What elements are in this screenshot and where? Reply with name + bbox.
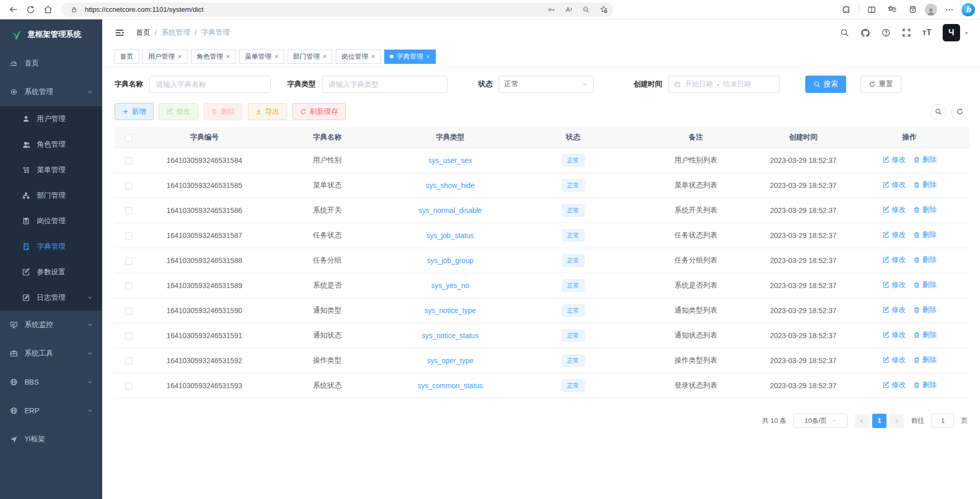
refresh-table-button[interactable]: [951, 104, 968, 120]
row-checkbox[interactable]: [125, 207, 132, 215]
row-checkbox[interactable]: [125, 232, 132, 240]
dict-name-input[interactable]: [149, 76, 271, 93]
favorites-bar-icon[interactable]: [884, 2, 900, 18]
tab-close-icon[interactable]: ×: [426, 53, 430, 60]
tab-home[interactable]: 首页: [114, 50, 139, 64]
url-text[interactable]: https://ccnetcore.com:1101/system/dict: [85, 6, 541, 13]
dict-type-link[interactable]: sys_notice_type: [425, 306, 476, 315]
dict-type-link[interactable]: sys_oper_type: [427, 357, 473, 365]
edit-row-link[interactable]: 修改: [882, 355, 906, 365]
sidebar-item-log[interactable]: 日志管理: [0, 285, 102, 311]
delete-row-link[interactable]: 删除: [913, 230, 937, 240]
tab-close-icon[interactable]: ×: [371, 53, 375, 60]
tab-close-icon[interactable]: ×: [274, 53, 278, 60]
edit-row-link[interactable]: 修改: [882, 155, 906, 164]
row-checkbox[interactable]: [125, 157, 132, 164]
tab-post[interactable]: 岗位管理×: [336, 50, 381, 64]
password-key-icon[interactable]: [545, 3, 558, 16]
select-all-checkbox[interactable]: [125, 134, 132, 141]
delete-row-link[interactable]: 删除: [913, 355, 937, 365]
dict-type-link[interactable]: sys_show_hide: [426, 181, 475, 189]
breadcrumb-home[interactable]: 首页: [136, 28, 150, 37]
tab-role[interactable]: 角色管理×: [191, 50, 236, 64]
browser-profile-avatar[interactable]: [925, 4, 937, 16]
delete-row-link[interactable]: 删除: [913, 205, 937, 215]
sidebar-item-bbs[interactable]: BBS: [0, 368, 102, 396]
delete-row-link[interactable]: 删除: [913, 255, 937, 265]
zoom-out-icon[interactable]: [579, 3, 593, 16]
bing-chat-icon[interactable]: b: [962, 3, 975, 16]
refresh-cache-button[interactable]: 刷新缓存: [292, 103, 346, 120]
tab-menu[interactable]: 菜单管理×: [239, 50, 284, 64]
search-button[interactable]: 搜索: [805, 76, 846, 93]
start-date-placeholder[interactable]: 开始日期: [685, 80, 713, 89]
sidebar-item-system[interactable]: 系统管理: [0, 78, 102, 106]
help-icon[interactable]: [881, 28, 891, 37]
header-search-icon[interactable]: [840, 28, 849, 37]
font-size-icon[interactable]: ᴛT: [922, 28, 931, 37]
edit-row-link[interactable]: 修改: [882, 381, 906, 390]
dict-type-input[interactable]: [322, 76, 448, 93]
delete-row-link[interactable]: 删除: [913, 280, 937, 290]
fullscreen-icon[interactable]: [902, 28, 911, 37]
date-range-picker[interactable]: 开始日期 - 结束日期: [668, 76, 780, 93]
sidebar-item-menu[interactable]: 菜单管理: [0, 157, 102, 183]
sidebar-item-monitor[interactable]: 系统监控: [0, 311, 102, 339]
app-logo[interactable]: 意框架管理系统: [0, 19, 102, 49]
page-size-select[interactable]: 10条/页: [794, 414, 848, 428]
toggle-search-button[interactable]: [930, 104, 946, 120]
avatar-caret-icon[interactable]: ▾: [965, 30, 968, 36]
prev-page-button[interactable]: [855, 414, 869, 428]
sidebar-item-tool[interactable]: 系统工具: [0, 339, 102, 368]
delete-row-link[interactable]: 删除: [913, 330, 937, 340]
sidebar-item-yi[interactable]: Yi框架: [0, 425, 102, 454]
delete-row-link[interactable]: 删除: [913, 180, 937, 189]
row-checkbox[interactable]: [125, 307, 132, 315]
sidebar-item-home[interactable]: 首页: [0, 49, 102, 78]
read-aloud-icon[interactable]: [562, 3, 575, 16]
extensions-icon[interactable]: [838, 2, 855, 18]
row-checkbox[interactable]: [125, 257, 132, 265]
github-icon[interactable]: [860, 28, 870, 38]
tab-dept[interactable]: 部门管理×: [288, 50, 333, 64]
split-screen-icon[interactable]: [864, 2, 880, 18]
browser-home-button[interactable]: [40, 2, 56, 18]
delete-row-link[interactable]: 删除: [913, 155, 937, 164]
browser-refresh-button[interactable]: [22, 2, 39, 18]
goto-page-input[interactable]: [931, 414, 954, 428]
edit-row-link[interactable]: 修改: [882, 330, 906, 340]
add-button[interactable]: 新增: [114, 103, 154, 120]
favorite-star-icon[interactable]: [597, 3, 610, 16]
sidebar-item-config[interactable]: 参数设置: [0, 259, 102, 285]
browser-menu-icon[interactable]: [941, 2, 958, 18]
edit-row-link[interactable]: 修改: [882, 205, 906, 215]
current-page-button[interactable]: 1: [872, 414, 886, 428]
address-bar[interactable]: https://ccnetcore.com:1101/system/dict: [61, 3, 613, 17]
edit-button[interactable]: 修改: [159, 103, 198, 120]
sidebar-item-dept[interactable]: 部门管理: [0, 183, 102, 208]
dict-type-link[interactable]: sys_user_sex: [428, 156, 472, 164]
user-avatar[interactable]: Ч: [943, 24, 960, 41]
browser-back-button[interactable]: [5, 2, 21, 18]
sidebar-item-erp[interactable]: ERP: [0, 396, 102, 425]
tab-close-icon[interactable]: ×: [323, 53, 327, 60]
sidebar-item-role[interactable]: 角色管理: [0, 132, 102, 157]
sidebar-item-dict[interactable]: 字典管理: [0, 234, 102, 259]
export-button[interactable]: 导出: [248, 103, 287, 120]
sidebar-item-user[interactable]: 用户管理: [0, 106, 102, 132]
next-page-button[interactable]: [890, 414, 904, 428]
end-date-placeholder[interactable]: 结束日期: [724, 80, 751, 89]
tab-close-icon[interactable]: ×: [178, 53, 182, 60]
sidebar-item-post[interactable]: 岗位管理: [0, 208, 102, 234]
row-checkbox[interactable]: [125, 358, 132, 365]
edit-row-link[interactable]: 修改: [882, 230, 906, 240]
reset-button[interactable]: 重置: [860, 76, 901, 93]
status-select[interactable]: 正常: [499, 76, 594, 93]
edit-row-link[interactable]: 修改: [882, 255, 906, 265]
row-checkbox[interactable]: [125, 332, 132, 340]
collections-icon[interactable]: [904, 2, 921, 18]
row-checkbox[interactable]: [125, 182, 132, 189]
dict-type-link[interactable]: sys_job_group: [427, 256, 473, 265]
dict-type-link[interactable]: sys_yes_no: [431, 281, 469, 290]
sidebar-fold-icon[interactable]: [114, 28, 125, 38]
